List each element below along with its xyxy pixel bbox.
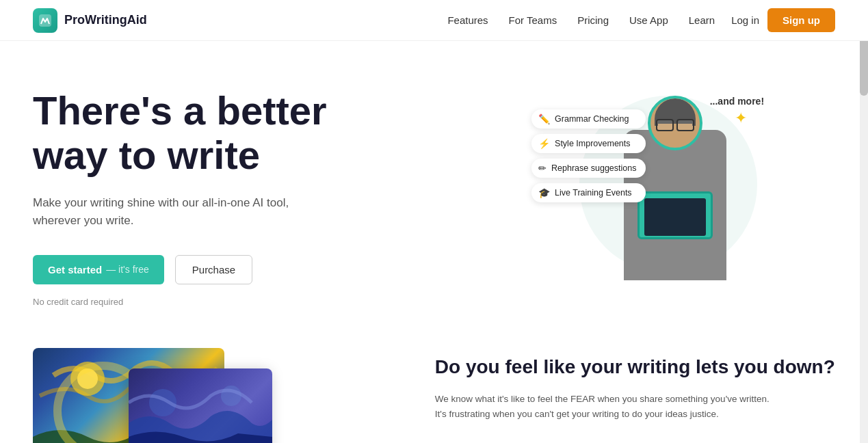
nav-for-teams[interactable]: For Teams xyxy=(509,14,557,26)
tag-training: 🎓 Live Training Events xyxy=(531,183,646,202)
nav-links: Features For Teams Pricing Use App Learn xyxy=(447,14,715,26)
section-title: Do you feel like your writing lets you d… xyxy=(435,355,835,379)
svg-rect-0 xyxy=(39,14,51,27)
bottom-right: Do you feel like your writing lets you d… xyxy=(435,348,835,422)
login-link[interactable]: Log in xyxy=(731,14,759,26)
painting-front xyxy=(129,368,272,443)
hero-left: There's a better way to write Make your … xyxy=(33,82,474,307)
and-more-text: ...and more! xyxy=(710,96,764,107)
svg-point-1 xyxy=(70,362,105,396)
bottom-section: My idea in my head Do you feel like your… xyxy=(0,334,868,443)
get-started-button[interactable]: Get started — it's free xyxy=(33,255,164,284)
hero-subtitle: Make your writing shine with our all-in-… xyxy=(33,194,334,230)
nav-learn[interactable]: Learn xyxy=(689,14,715,26)
logo-text: ProWritingAid xyxy=(64,13,147,27)
svg-point-2 xyxy=(77,368,98,389)
logo-icon xyxy=(33,8,57,33)
sparkle-icon: ✦ xyxy=(735,109,747,127)
purchase-button[interactable]: Purchase xyxy=(175,255,252,284)
no-credit-card-text: No credit card required xyxy=(33,297,474,307)
navbar: ProWritingAid Features For Teams Pricing… xyxy=(0,0,868,41)
tag-style: ⚡ Style Improvements xyxy=(531,134,646,153)
tag-rephrase: ✏ Rephrase suggestions xyxy=(531,159,646,178)
tag-grammar: ✏️ Grammar Checking xyxy=(531,109,646,129)
feature-tags: ✏️ Grammar Checking ⚡ Style Improvements… xyxy=(531,109,646,202)
hero-right: ...and more! ✏️ Grammar Checking ⚡ Style… xyxy=(474,82,835,287)
hero-title: There's a better way to write xyxy=(33,89,474,178)
bottom-left: My idea in my head xyxy=(33,348,394,443)
section-body: We know what it's like to feel the FEAR … xyxy=(435,392,777,422)
nav-features[interactable]: Features xyxy=(447,14,488,26)
nav-pricing[interactable]: Pricing xyxy=(577,14,609,26)
scrollbar-rail[interactable] xyxy=(860,0,868,443)
hero-illustration: ...and more! ✏️ Grammar Checking ⚡ Style… xyxy=(538,89,771,280)
nav-use-app[interactable]: Use App xyxy=(629,14,668,26)
signup-button[interactable]: Sign up xyxy=(767,8,835,32)
hero-section: There's a better way to write Make your … xyxy=(0,41,868,334)
logo-link[interactable]: ProWritingAid xyxy=(33,8,147,33)
painting-stack: My idea in my head xyxy=(33,348,265,443)
hero-actions: Get started — it's free Purchase xyxy=(33,255,474,284)
svg-point-4 xyxy=(221,386,241,406)
